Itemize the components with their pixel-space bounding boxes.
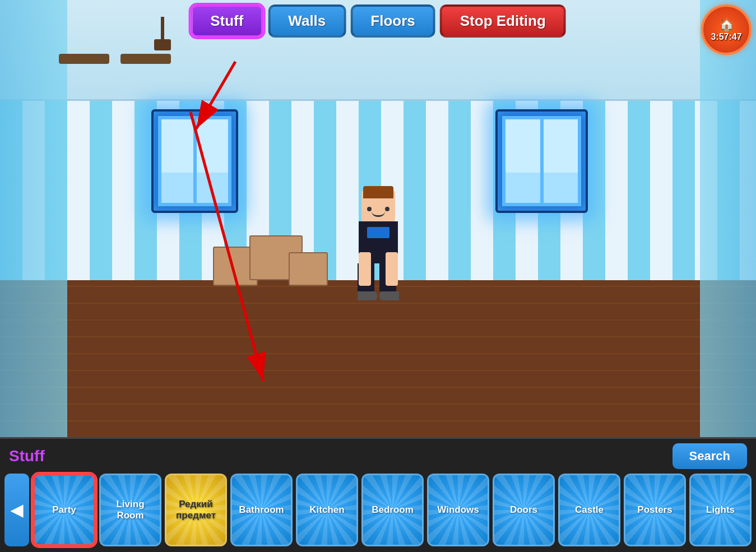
category-label-bathroom: Bathroom (236, 502, 286, 518)
categories-row: ◀ PartyLiving RoomРедкий предметBathroom… (0, 471, 756, 549)
character-eyes (367, 207, 389, 211)
character-arms (359, 252, 398, 286)
window-pane (197, 119, 229, 203)
category-card-windows[interactable]: Windows (427, 474, 489, 546)
category-label-doors: Doors (508, 502, 540, 518)
character-smile (372, 211, 385, 217)
category-label-living-room: Living Room (101, 497, 160, 524)
fan-blade-right (120, 54, 171, 64)
character-head (361, 191, 395, 221)
character-arm-right (386, 252, 398, 286)
category-card-castle[interactable]: Castle (558, 474, 620, 546)
box (289, 252, 328, 286)
panel-title: Stuff (9, 447, 45, 465)
toolbar: Stuff Walls Floors Stop Editing (190, 4, 566, 38)
category-card-party[interactable]: Party (33, 474, 96, 546)
fan-base (154, 39, 171, 50)
character-eye-right (385, 207, 389, 211)
category-card-bedroom[interactable]: Bedroom (361, 474, 424, 546)
window-left (151, 109, 238, 213)
character-hair (363, 186, 393, 198)
panel-header: Stuff Search (0, 439, 756, 471)
walls-button[interactable]: Walls (268, 4, 346, 38)
stop-editing-button[interactable]: Stop Editing (440, 4, 566, 38)
bottom-panel: Stuff Search ◀ PartyLiving RoomРедкий пр… (0, 437, 756, 552)
category-card-living-room[interactable]: Living Room (99, 474, 161, 546)
boxes (213, 247, 328, 286)
character-body (359, 221, 398, 263)
character (345, 191, 412, 303)
fan-pole (161, 17, 164, 39)
category-label-windows: Windows (435, 502, 481, 518)
floor (0, 280, 756, 437)
character-eye-left (367, 207, 372, 211)
character-arm-left (359, 252, 371, 286)
category-label-lights: Lights (704, 502, 737, 518)
category-card-doors[interactable]: Doors (493, 474, 555, 546)
character-foot-right (379, 291, 399, 300)
window-pane (161, 119, 193, 203)
character-shirt (367, 227, 389, 238)
character-foot-left (358, 291, 377, 300)
fan-blade-left (59, 54, 109, 64)
category-label-castle: Castle (573, 502, 606, 518)
window-inner-left (158, 116, 231, 206)
fan-blades (59, 50, 171, 67)
category-card-kitchen[interactable]: Kitchen (296, 474, 358, 546)
wall-right (700, 0, 756, 437)
category-label-kitchen: Kitchen (307, 502, 346, 518)
house-icon: 🏠 (719, 17, 734, 32)
category-card-posters[interactable]: Posters (624, 474, 686, 546)
category-label-party: Party (50, 502, 78, 518)
category-label-posters: Posters (635, 502, 674, 518)
category-card-bathroom[interactable]: Bathroom (230, 474, 293, 546)
stuff-button[interactable]: Stuff (190, 4, 263, 38)
category-card-rare-item[interactable]: Редкий предмет (165, 474, 227, 546)
category-label-bedroom: Bedroom (369, 502, 416, 518)
window-inner-right (502, 116, 581, 206)
timer-text: 3:57:47 (711, 32, 741, 42)
wall-left (0, 0, 67, 437)
window-pane (505, 119, 540, 203)
character-torso (345, 221, 412, 263)
game-viewport: Stuff Walls Floors Stop Editing 🏠 3:57:4… (0, 0, 756, 437)
search-button[interactable]: Search (672, 443, 747, 469)
window-right (495, 109, 588, 213)
window-pane (544, 119, 578, 203)
category-card-lights[interactable]: Lights (689, 474, 752, 546)
category-label-rare-item: Редкий предмет (166, 497, 225, 524)
timer-badge: 🏠 3:57:47 (701, 4, 752, 55)
prev-button[interactable]: ◀ (4, 474, 29, 546)
floors-button[interactable]: Floors (350, 4, 435, 38)
